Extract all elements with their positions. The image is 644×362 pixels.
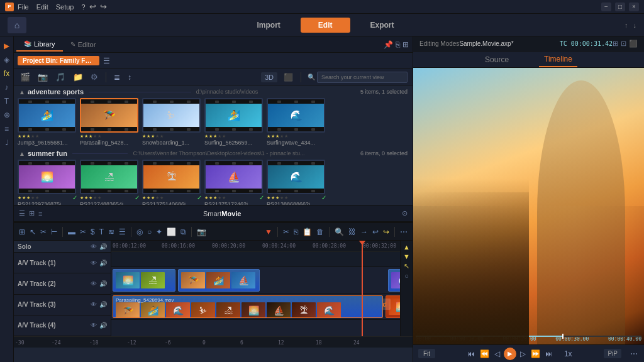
- tt-icon-more[interactable]: ⋯: [399, 228, 409, 236]
- tt-icon-add[interactable]: ⊞: [18, 228, 26, 236]
- track-eye-av4[interactable]: 👁: [91, 322, 97, 329]
- tt-icon-undo2[interactable]: ↩: [371, 228, 380, 236]
- tab-export[interactable]: Export: [353, 18, 412, 33]
- home-button[interactable]: ⌂: [8, 17, 26, 33]
- search-input[interactable]: [317, 72, 408, 83]
- minimize-button[interactable]: −: [601, 3, 611, 11]
- close-button[interactable]: ×: [629, 3, 639, 11]
- tr-icon-up[interactable]: ▲: [403, 243, 410, 251]
- sidebar-disc-icon[interactable]: ⊕: [1, 109, 13, 121]
- tt-icon-trim[interactable]: ✂: [39, 228, 48, 236]
- tt-icon-cut[interactable]: ✂: [282, 228, 291, 236]
- track-audio-av3[interactable]: 🔊: [99, 301, 107, 308]
- project-bin-label[interactable]: Project Bin: Family Fun...: [18, 56, 99, 65]
- menu-edit[interactable]: Edit: [36, 3, 48, 11]
- tt-icon-circle2[interactable]: ○: [146, 228, 153, 236]
- tr-icon-cursor[interactable]: ↖: [404, 262, 409, 270]
- toolbar-redo[interactable]: ↪: [100, 2, 107, 11]
- clip-av1-2[interactable]: 🪂 🏄 ⛵: [178, 269, 260, 292]
- track-audio-solo[interactable]: 🔊: [99, 243, 107, 250]
- menu-help[interactable]: ?: [81, 3, 85, 11]
- toolbar-undo[interactable]: ↩: [89, 2, 96, 11]
- pc-icon-more2[interactable]: ⋯: [629, 349, 639, 358]
- section-collapse-adventure[interactable]: ▲: [19, 89, 25, 96]
- tt-icon-redo2[interactable]: ↪: [382, 228, 391, 236]
- menu-file[interactable]: File: [18, 3, 29, 11]
- tr-icon-circle[interactable]: ○: [404, 272, 409, 280]
- tt-icon-copy2[interactable]: ⎘: [292, 228, 299, 236]
- tt-icon-paste[interactable]: 📋: [301, 228, 313, 236]
- tab-import[interactable]: Import: [239, 18, 297, 33]
- sm-icon4[interactable]: ⊙: [402, 209, 408, 217]
- clip-av1-1[interactable]: 🌅 🏖: [113, 269, 175, 292]
- search-field[interactable]: [321, 74, 403, 80]
- sm-icon1[interactable]: ☰: [19, 209, 25, 217]
- rh-icon-1[interactable]: ⊞: [613, 40, 618, 48]
- tt-icon-link[interactable]: ⛓: [347, 228, 357, 236]
- tt-icon-box[interactable]: ⬜: [165, 228, 177, 236]
- sidebar-menu-icon[interactable]: ≡: [1, 123, 13, 134]
- play-button[interactable]: ▶: [504, 348, 516, 360]
- tab-source[interactable]: Source: [480, 53, 514, 67]
- 3d-button[interactable]: 3D: [261, 72, 277, 82]
- thumb-snowboarding[interactable]: ⛷ ★★★★★ Snowboarding_1...: [142, 98, 202, 146]
- list-view-icon[interactable]: ≣: [113, 73, 121, 82]
- sm-icon3[interactable]: ≡: [38, 210, 42, 217]
- tt-icon-scissors[interactable]: ✂: [79, 228, 87, 236]
- photo-media-icon[interactable]: 📷: [36, 71, 49, 83]
- folder-media-icon[interactable]: 📁: [72, 71, 84, 83]
- thumb-ps2[interactable]: 🏖 ★★★★★ ✓ PS21274883654j...: [80, 160, 140, 205]
- track-content[interactable]: 00:00:12;00 00:00:16;00 00:00:20;00 00:0…: [111, 241, 400, 336]
- track-eye-av2[interactable]: 👁: [91, 280, 97, 287]
- section-collapse-summer[interactable]: ▲: [19, 150, 25, 157]
- track-eye-av1[interactable]: 👁: [91, 260, 97, 266]
- project-menu-icon[interactable]: ☰: [102, 57, 111, 65]
- tt-icon-wave[interactable]: ≋: [107, 228, 116, 236]
- fit-dropdown[interactable]: Fit: [418, 349, 435, 358]
- thumb-ps4[interactable]: ⛵ ★★★★★ ✓ PS21375172462j...: [204, 160, 264, 205]
- tab-library[interactable]: 📚 Library: [16, 38, 63, 52]
- tt-icon-circle[interactable]: ◎: [135, 228, 144, 236]
- pc-icon-step-back[interactable]: ⏪: [479, 349, 491, 358]
- track-eye-av3[interactable]: 👁: [91, 301, 97, 308]
- pc-icon-speed[interactable]: 1x: [563, 349, 574, 358]
- clip-av1-3[interactable]: 🌊: [388, 269, 400, 292]
- sidebar-music-icon[interactable]: ♩: [1, 137, 13, 148]
- track-audio-av4[interactable]: 🔊: [99, 322, 107, 329]
- tt-icon-arrow-r[interactable]: →: [359, 228, 369, 236]
- sidebar-library-icon[interactable]: ▶: [1, 40, 13, 52]
- tt-icon-split[interactable]: ⊢: [50, 228, 58, 236]
- sort-icon[interactable]: ↕: [126, 73, 133, 82]
- thumb-ps1[interactable]: 🌅 ★★★★★ ✓ PS21229736875j...: [18, 160, 77, 205]
- pin-icon[interactable]: 📌: [382, 40, 394, 49]
- tt-icon-layer[interactable]: ⧉: [179, 228, 187, 236]
- video-media-icon[interactable]: 🎬: [19, 71, 31, 83]
- thumb-surfing[interactable]: 🏄 ★★★★★ Surfing_5625659...: [204, 98, 264, 146]
- thumb-parasailing[interactable]: 🪂 ★★★★★ Parasailing_5428...: [80, 98, 140, 146]
- tr-icon-down[interactable]: ▼: [403, 253, 410, 260]
- sidebar-title-icon[interactable]: T: [1, 96, 13, 107]
- tt-icon-camera[interactable]: 📷: [196, 228, 208, 236]
- pc-icon-next[interactable]: ⏭: [544, 349, 554, 358]
- grid-icon[interactable]: ⊞: [401, 40, 410, 49]
- sm-icon2[interactable]: ⊞: [29, 209, 35, 217]
- audio-media-icon[interactable]: 🎵: [54, 71, 67, 83]
- media-grid[interactable]: ▲ adventure sports d:\pinnacle studio\vi…: [14, 85, 413, 205]
- track-eye-solo[interactable]: 👁: [91, 243, 97, 250]
- thumb-jump3[interactable]: 🏄 ★★★★★ Jump3_96155681...: [18, 98, 77, 146]
- pc-icon-step-fwd[interactable]: ⏩: [530, 349, 541, 358]
- pc-icon-prev[interactable]: ⏮: [466, 349, 476, 358]
- tt-icon-cursor[interactable]: ↖: [28, 228, 37, 236]
- settings-media-icon[interactable]: ⚙: [89, 71, 99, 83]
- tt-icon-zoom-in[interactable]: 🔍: [333, 228, 345, 236]
- rh-icon-3[interactable]: ⬛: [629, 40, 638, 48]
- thumb-ps3[interactable]: 🏝 ★★★★★ ✓ PS21375140686j...: [142, 160, 202, 205]
- tt-icon-T[interactable]: T: [98, 228, 105, 236]
- rh-icon-2[interactable]: ⊡: [621, 40, 626, 48]
- sidebar-effects-icon[interactable]: fx: [1, 68, 13, 79]
- tab-timeline[interactable]: Timeline: [539, 52, 577, 67]
- thumb-surfwave[interactable]: 🌊 ★★★★★ Surfingwave_434...: [267, 98, 326, 146]
- tt-icon-playhead[interactable]: ▼: [264, 228, 274, 236]
- playhead[interactable]: [362, 241, 363, 336]
- sidebar-audio-icon[interactable]: ♪: [1, 82, 13, 93]
